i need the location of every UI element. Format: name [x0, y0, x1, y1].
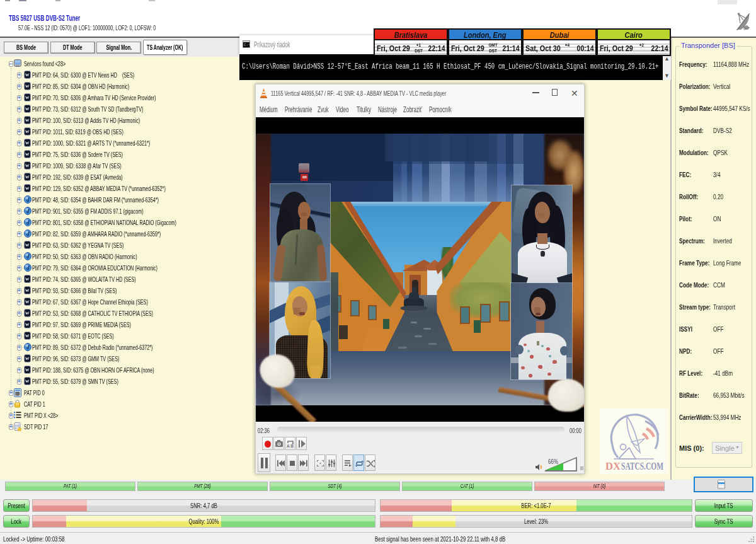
svg-text:A B: A B: [287, 444, 294, 448]
svg-text:DX: DX: [605, 460, 621, 472]
svg-text:SATCS.COM: SATCS.COM: [621, 460, 663, 472]
